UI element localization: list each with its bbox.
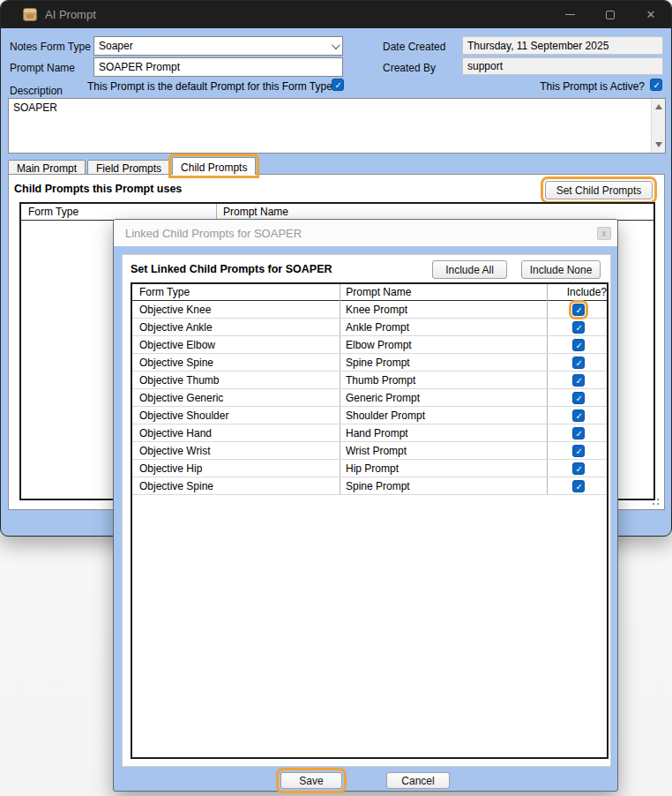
include-none-button[interactable]: Include None: [521, 260, 601, 279]
scroll-down-icon[interactable]: [655, 142, 662, 147]
minimize-icon: [565, 14, 575, 15]
prompt-name-value: SOAPER Prompt: [99, 61, 180, 73]
form-type-cell: Objective Elbow: [139, 339, 215, 351]
linked-prompt-row: Objective HipHip Prompt: [132, 460, 607, 477]
form-type-cell: Objective Spine: [139, 480, 213, 492]
tab-field-prompts[interactable]: Field Prompts: [87, 160, 170, 175]
active-checkbox-label: This Prompt is Active?: [495, 80, 645, 93]
prompt-name-cell: Wrist Prompt: [346, 445, 407, 457]
prompt-name-cell: Shoulder Prompt: [346, 409, 425, 422]
created-by-label: Created By: [383, 62, 436, 74]
form-type-cell: Objective Ankle: [139, 321, 213, 334]
include-checkbox[interactable]: [572, 445, 585, 457]
form-type-cell: Objective Generic: [139, 392, 223, 404]
prompt-name-cell: Generic Prompt: [346, 392, 420, 404]
include-checkbox[interactable]: [572, 339, 585, 351]
prompt-name-cell: Spine Prompt: [346, 357, 410, 369]
dialog-title: Linked Child Prompts for SOAPER: [125, 227, 302, 240]
prompt-name-cell: Elbow Prompt: [346, 339, 412, 351]
column-header-prompt-name: Prompt Name: [216, 206, 288, 218]
set-child-prompts-button[interactable]: Set Child Prompts: [545, 181, 653, 199]
description-scrollbar[interactable]: [651, 99, 665, 153]
form-type-cell: Objective Spine: [139, 357, 213, 369]
tab-child-prompts[interactable]: Child Prompts: [172, 157, 256, 175]
column-header-form-type: Form Type: [21, 206, 216, 218]
notes-form-type-value: Soaper: [99, 40, 133, 52]
close-button[interactable]: ✕: [631, 1, 671, 28]
prompt-name-cell: Hip Prompt: [346, 462, 399, 475]
include-checkbox[interactable]: [572, 374, 585, 387]
dialog-close-icon: x: [602, 229, 607, 238]
linked-child-prompts-dialog: Linked Child Prompts for SOAPER x Set Li…: [113, 219, 618, 792]
tab-strip: Main Prompt Field Prompts Child Prompts: [8, 159, 258, 175]
include-checkbox[interactable]: [572, 462, 585, 475]
form-type-cell: Objective Hand: [139, 427, 212, 439]
column-header-form-type: Form Type: [132, 286, 339, 298]
prompt-name-cell: Thumb Prompt: [346, 374, 415, 387]
dialog-titlebar: Linked Child Prompts for SOAPER x: [114, 220, 617, 246]
description-text: SOAPER: [13, 101, 57, 114]
notes-form-type-select[interactable]: Soaper: [93, 36, 343, 56]
maximize-icon: [606, 11, 615, 19]
linked-prompt-row: Objective ShoulderShoulder Prompt: [132, 407, 607, 424]
default-prompt-checkbox-label: This Prompt is the default Prompt for th…: [87, 80, 327, 93]
date-created-value: Thursday, 11 September 2025: [467, 40, 609, 52]
linked-prompt-row: Objective AnkleAnkle Prompt: [132, 319, 607, 336]
description-label: Description: [10, 85, 63, 97]
dialog-panel: Set Linked Child Prompts for SOAPER Incl…: [122, 254, 611, 767]
dialog-heading: Set Linked Child Prompts for SOAPER: [131, 263, 332, 275]
minimize-button[interactable]: [549, 1, 590, 28]
window-title: AI Prompt: [45, 8, 96, 21]
date-created-label: Date Created: [383, 41, 445, 53]
resize-grip[interactable]: [648, 494, 659, 505]
prompt-name-cell: Hand Prompt: [346, 427, 408, 439]
form-type-cell: Objective Wrist: [139, 445, 210, 457]
include-checkbox[interactable]: [572, 409, 585, 422]
prompt-name-cell: Spine Prompt: [346, 480, 410, 492]
linked-prompt-row: Objective KneeKnee Prompt: [132, 301, 607, 319]
active-checkbox[interactable]: [650, 79, 662, 91]
linked-prompts-rows: Objective KneeKnee PromptObjective Ankle…: [132, 301, 607, 495]
linked-prompt-row: Objective SpineSpine Prompt: [132, 477, 607, 495]
created-by-field: support: [462, 57, 663, 75]
titlebar: AI Prompt ✕: [1, 1, 671, 28]
include-checkbox[interactable]: [572, 392, 585, 404]
cancel-button[interactable]: Cancel: [386, 772, 450, 789]
app-icon: [23, 8, 37, 21]
prompt-name-input[interactable]: SOAPER Prompt: [93, 57, 343, 77]
save-button[interactable]: Save: [280, 772, 342, 789]
notes-form-type-label: Notes Form Type: [10, 41, 91, 53]
linked-prompt-row: Objective HandHand Prompt: [132, 424, 607, 442]
default-prompt-checkbox[interactable]: [332, 79, 344, 91]
form-type-cell: Objective Hip: [139, 462, 202, 475]
include-checkbox[interactable]: [572, 304, 585, 316]
close-icon: ✕: [646, 8, 656, 21]
linked-prompt-row: Objective ThumbThumb Prompt: [132, 372, 607, 389]
scroll-up-icon[interactable]: [655, 104, 662, 109]
linked-prompt-row: Objective GenericGeneric Prompt: [132, 389, 607, 407]
form-type-cell: Objective Shoulder: [139, 409, 228, 422]
linked-prompt-row: Objective ElbowElbow Prompt: [132, 336, 607, 354]
date-created-field: Thursday, 11 September 2025: [462, 36, 663, 55]
form-type-cell: Objective Knee: [139, 304, 211, 316]
include-checkbox[interactable]: [572, 321, 585, 334]
dialog-close-button[interactable]: x: [597, 227, 611, 240]
include-all-button[interactable]: Include All: [432, 260, 507, 279]
linked-prompt-row: Objective WristWrist Prompt: [132, 442, 607, 460]
include-checkbox[interactable]: [572, 480, 585, 492]
child-prompts-heading: Child Prompts this Prompt uses: [14, 183, 182, 195]
description-textarea[interactable]: SOAPER: [8, 98, 666, 154]
tab-main-prompt[interactable]: Main Prompt: [8, 160, 86, 175]
maximize-button[interactable]: [590, 1, 631, 28]
linked-prompt-row: Objective SpineSpine Prompt: [132, 354, 607, 372]
form-type-cell: Objective Thumb: [139, 374, 220, 387]
created-by-value: support: [467, 60, 503, 72]
include-checkbox[interactable]: [572, 427, 585, 439]
include-checkbox[interactable]: [572, 357, 585, 369]
linked-prompts-table: Form Type Prompt Name Include? Objective…: [131, 282, 609, 759]
prompt-name-cell: Knee Prompt: [346, 304, 407, 316]
chevron-down-icon: [332, 41, 340, 49]
column-header-include: Include?: [546, 286, 607, 298]
column-header-prompt-name: Prompt Name: [339, 286, 545, 298]
prompt-name-label: Prompt Name: [10, 62, 75, 74]
